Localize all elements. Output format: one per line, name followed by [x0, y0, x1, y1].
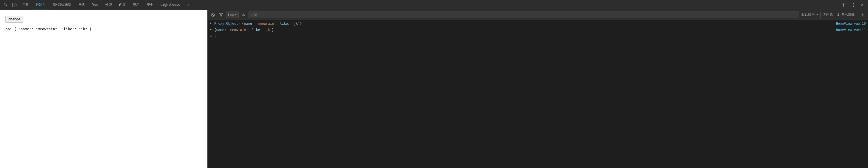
- console-output[interactable]: ▶ Proxy(Object) {name: 'meowrain', like:…: [208, 19, 868, 168]
- svg-marker-5: [219, 13, 223, 16]
- svg-point-2: [843, 4, 844, 6]
- inspect-element-button[interactable]: [2, 1, 10, 8]
- console-line: ▶ Proxy(Object) {name: 'meowrain', like:…: [208, 20, 868, 27]
- tab-application[interactable]: 应用: [129, 0, 143, 10]
- console-settings-button[interactable]: [859, 11, 866, 18]
- tab-console[interactable]: 控制台: [32, 0, 49, 10]
- close-devtools-button[interactable]: ✕: [859, 1, 866, 8]
- tab-security[interactable]: 安全: [143, 0, 156, 10]
- device-toggle-button[interactable]: [10, 1, 18, 8]
- devtools-panel: top ▾ 默认级别 ▾ 无问题 2 条已隐藏: [208, 10, 868, 168]
- clear-console-button[interactable]: [209, 11, 216, 18]
- level-label: 默认级别: [801, 12, 815, 17]
- console-source-2[interactable]: HomeView.vue:11: [836, 28, 866, 32]
- tab-lighthouse[interactable]: Lighthouse: [157, 0, 183, 10]
- console-line-content-2: {name: 'meowrain', like: 'jk'}: [214, 28, 832, 32]
- prompt-arrow: >: [210, 34, 212, 38]
- browser-content: change obj-{ "name": "meowrain", "like":…: [0, 10, 207, 168]
- divider: [820, 12, 821, 17]
- obj-display: obj-{ "name": "meowrain", "like": "jk" }: [5, 27, 202, 31]
- tab-more[interactable]: »: [184, 0, 192, 10]
- settings-button[interactable]: [839, 1, 848, 8]
- main-area: change obj-{ "name": "meowrain", "like":…: [0, 10, 868, 168]
- console-source-1[interactable]: HomeView.vue:10: [836, 21, 866, 26]
- context-dropdown[interactable]: top ▾: [226, 11, 239, 18]
- tab-elements[interactable]: 元素: [19, 0, 32, 10]
- svg-line-4: [212, 13, 214, 16]
- console-line-2: ▶ {name: 'meowrain', like: 'jk'} HomeVie…: [208, 27, 868, 33]
- browser-panel: change obj-{ "name": "meowrain", "like":…: [0, 10, 208, 168]
- svg-rect-0: [13, 3, 15, 7]
- svg-rect-1: [15, 4, 16, 6]
- tab-sources[interactable]: 源代码/来源: [50, 0, 74, 10]
- console-toolbar: top ▾ 默认级别 ▾ 无问题 2 条已隐藏: [208, 10, 868, 19]
- change-button[interactable]: change: [5, 16, 23, 23]
- more-options-button[interactable]: ⋮: [849, 1, 858, 8]
- svg-point-8: [862, 14, 863, 15]
- console-right-controls: 默认级别 ▾ 无问题 2 条已隐藏: [801, 11, 866, 18]
- tab-performance[interactable]: 性能: [102, 0, 115, 10]
- toolbar-right-controls: ⋮ ✕: [839, 1, 866, 8]
- issues-count-badge: 2 条已隐藏: [837, 12, 855, 17]
- tab-vue[interactable]: Vue: [89, 0, 101, 10]
- eye-button[interactable]: [240, 11, 247, 18]
- svg-point-7: [243, 14, 244, 15]
- filter-input[interactable]: [248, 11, 799, 18]
- tab-network[interactable]: 网络: [75, 0, 88, 10]
- tab-memory[interactable]: 内存: [116, 0, 129, 10]
- console-line-content-1: Proxy(Object) {name: 'meowrain', like: '…: [214, 21, 832, 26]
- prompt-cursor: |: [214, 34, 216, 38]
- devtools-top-toolbar: 元素 控制台 源代码/来源 网络 Vue 性能 内存 应用 安全 Lightho…: [0, 0, 868, 10]
- console-prompt[interactable]: > |: [208, 33, 868, 39]
- svg-point-6: [242, 14, 245, 16]
- expand-arrow-2[interactable]: ▶: [210, 28, 212, 31]
- no-issues-badge: 无问题: [823, 12, 833, 17]
- divider2: [835, 12, 835, 17]
- expand-arrow-1[interactable]: ▶: [210, 22, 212, 25]
- filter-icon-button[interactable]: [218, 11, 225, 18]
